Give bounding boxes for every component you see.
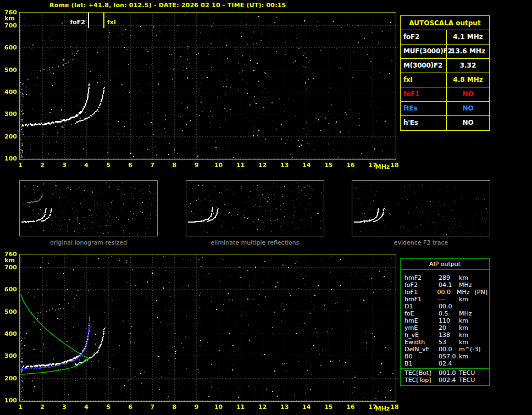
- aip-row-hmF1: hmF1---km: [401, 296, 489, 303]
- autoscala-param-label: MUF(3000)F2: [401, 45, 447, 58]
- autoscala-row-MUF(3000)F2: MUF(3000)F213.6 MHz: [401, 45, 489, 59]
- autoscala-param-value: NO: [447, 87, 489, 101]
- aip-param-label: hmE: [404, 317, 439, 324]
- aip-row-TEC[Bot]: TEC[Bot]001.0TECU: [401, 369, 489, 377]
- thumbnail-ionogram-canvas-1: [186, 180, 324, 236]
- aip-row-h_vE: h_vE138km: [401, 331, 489, 339]
- aip-param-label: Ewidth: [404, 339, 439, 346]
- aip-param-note: [478, 339, 489, 346]
- aip-row-hmE: hmE110km: [401, 317, 489, 324]
- autoscala-row-foF1: foF1NO: [401, 87, 489, 102]
- aip-separator-line: [401, 368, 489, 369]
- aip-param-value: 00.0: [437, 289, 456, 296]
- aip-param-unit: km: [459, 353, 478, 360]
- autoscala-output-table: AUTOSCALA output foF24.1 MHzMUF(3000)F21…: [400, 15, 490, 131]
- autoscala-screen: Rome (lat: +41.8, lon: 012.5) - DATE: 20…: [0, 0, 532, 415]
- aip-param-unit: MHz: [459, 310, 478, 317]
- aip-param-note: [478, 274, 489, 281]
- aip-param-label: foF2: [404, 281, 439, 289]
- aip-param-note: [478, 296, 489, 303]
- aip-row-ymE: ymE20km: [401, 324, 489, 331]
- aip-param-unit: km: [459, 331, 478, 339]
- thumbnail-1: eliminate multiple reflections: [186, 180, 324, 246]
- aip-param-note: [478, 310, 489, 317]
- aip-row-Ewidth: Ewidth53km: [401, 339, 489, 346]
- aip-table-body: hmF2289kmfoF204.1MHzfoF100.0MHz[PN]hmF1-…: [401, 274, 489, 367]
- aip-param-label: foF1: [404, 289, 437, 296]
- autoscala-row-ftEs: ftEsNO: [401, 102, 489, 116]
- aip-param-unit: km: [459, 296, 478, 303]
- aip-param-value: 53: [439, 339, 459, 346]
- aip-param-unit: MHz: [457, 289, 475, 296]
- autoscala-param-value: 3.32: [447, 59, 489, 73]
- aip-param-unit: [459, 360, 478, 367]
- aip-param-note: [PN]: [475, 289, 489, 296]
- aip-param-note: [478, 317, 489, 324]
- aip-param-note: [478, 360, 489, 367]
- autoscala-param-value: 4.8 MHz: [447, 73, 489, 87]
- aip-row-TEC[Top]: TEC[Top]002.4TECU: [401, 377, 489, 384]
- aip-param-value: 289: [439, 274, 459, 281]
- aip-param-note: [478, 324, 489, 331]
- thumbnail-2: evidence F2 trace: [352, 180, 490, 246]
- aip-output-table: AIP output hmF2289kmfoF204.1MHzfoF100.0M…: [400, 258, 490, 386]
- aip-param-unit: km: [459, 324, 478, 331]
- aip-param-unit: km: [459, 339, 478, 346]
- aip-param-note: [478, 346, 489, 353]
- thumbnail-0: original ionogram resized: [19, 180, 158, 246]
- aip-param-note: [478, 281, 489, 289]
- aip-param-value: 20: [439, 324, 459, 331]
- aip-param-label: ymE: [404, 324, 439, 331]
- aip-param-label: foE: [404, 310, 439, 317]
- thumbnail-caption: eliminate multiple reflections: [186, 239, 324, 246]
- autoscala-param-value: 4.1 MHz: [447, 30, 489, 44]
- aip-table-header: AIP output: [401, 259, 489, 270]
- aip-param-value: 138: [439, 331, 459, 339]
- aip-row-foF1: foF100.0MHz[PN]: [401, 289, 489, 296]
- thumbnail-caption: evidence F2 trace: [352, 239, 490, 246]
- autoscala-param-label: ftEs: [401, 102, 447, 115]
- aip-row-D1: D100.0: [401, 303, 489, 310]
- aip-param-value: 02.4: [439, 360, 459, 367]
- aip-param-label: B1: [404, 360, 439, 367]
- aip-param-unit: km: [459, 317, 478, 324]
- autoscala-param-label: foF2: [401, 30, 447, 44]
- aip-param-label: TEC[Top]: [404, 377, 439, 384]
- aip-param-value: 001.0: [439, 369, 459, 377]
- autoscala-table-header: AUTOSCALA output: [401, 16, 489, 30]
- thumbnail-ionogram-canvas-0: [19, 180, 158, 236]
- autoscala-param-value: NO: [447, 102, 489, 115]
- aip-param-unit: TECU: [459, 377, 478, 384]
- autoscala-param-label: h'Es: [401, 116, 447, 130]
- aip-param-label: hmF1: [404, 296, 439, 303]
- aip-param-label: TEC[Bot]: [404, 369, 439, 377]
- aip-row-B1: B102.4: [401, 360, 489, 367]
- aip-param-note: [478, 303, 489, 310]
- autoscala-param-value: NO: [447, 116, 489, 130]
- aip-param-unit: km: [459, 274, 478, 281]
- aip-param-value: 04.1: [439, 281, 459, 289]
- aip-param-note: [478, 377, 489, 384]
- aip-param-value: 00.0: [439, 303, 459, 310]
- aip-row-hmF2: hmF2289km: [401, 274, 489, 281]
- autoscala-row-h'Es: h'EsNO: [401, 116, 489, 130]
- aip-row-foF2: foF204.1MHz: [401, 281, 489, 289]
- aip-param-unit: [459, 303, 478, 310]
- aip-tec-rows: TEC[Bot]001.0TECUTEC[Top]002.4TECU: [401, 369, 489, 384]
- autoscala-row-M(3000)F2: M(3000)F23.32: [401, 59, 489, 73]
- aip-param-value: 002.4: [439, 377, 459, 384]
- aip-param-value: 00.0: [439, 346, 459, 353]
- aip-row-foE: foE0.5MHz: [401, 310, 489, 317]
- aip-row-DelN_vE: DelN_vE00.0m^(-3): [401, 346, 489, 353]
- aip-param-note: [478, 369, 489, 377]
- aip-param-value: 0.5: [439, 310, 459, 317]
- aip-param-note: [478, 331, 489, 339]
- ionogram-plot-main: [0, 8, 404, 173]
- aip-row-B0: B0057.0km: [401, 353, 489, 360]
- aip-param-label: B0: [404, 353, 439, 360]
- thumbnail-ionogram-canvas-2: [352, 180, 490, 236]
- aip-param-label: hmF2: [404, 274, 439, 281]
- autoscala-row-fxI: fxI4.8 MHz: [401, 73, 489, 87]
- autoscala-param-value: 13.6 MHz: [447, 45, 489, 58]
- autoscala-param-label: fxI: [401, 73, 447, 87]
